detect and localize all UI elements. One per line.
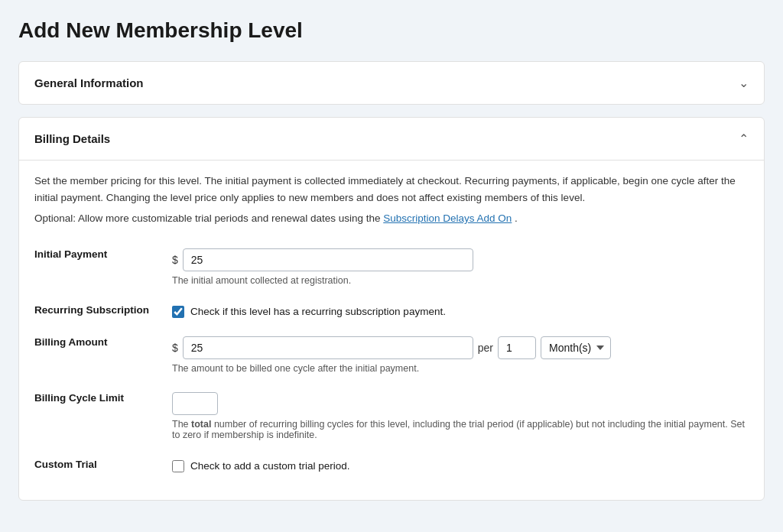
custom-trial-row: Custom Trial Check to add a custom trial…	[34, 449, 749, 482]
recurring-subscription-row: Recurring Subscription Check if this lev…	[34, 295, 749, 327]
recurring-subscription-label: Recurring Subscription	[34, 295, 172, 327]
initial-payment-label: Initial Payment	[34, 239, 172, 295]
billing-period-value-input[interactable]	[498, 336, 536, 359]
billing-amount-hint: The amount to be billed one cycle after …	[172, 363, 749, 374]
billing-cycle-limit-hint: The total number of recurring billing cy…	[172, 419, 749, 440]
initial-payment-input[interactable]	[183, 248, 473, 271]
custom-trial-checkbox-row: Check to add a custom trial period.	[172, 459, 749, 472]
billing-details-body: Set the member pricing for this level. T…	[19, 160, 764, 500]
billing-description-1: Set the member pricing for this level. T…	[34, 173, 749, 206]
billing-amount-input-row: $ per Month(s) Year(s) Week(s) Day(s)	[172, 336, 749, 359]
initial-payment-hint: The initial amount collected at registra…	[172, 275, 749, 286]
billing-amount-label: Billing Amount	[34, 327, 172, 383]
chevron-up-icon: ⌃	[739, 131, 749, 146]
custom-trial-checkbox[interactable]	[172, 460, 184, 472]
billing-cycle-limit-input[interactable]	[172, 392, 218, 415]
billing-amount-field: $ per Month(s) Year(s) Week(s) Day(s) Th…	[172, 327, 749, 383]
billing-amount-row: Billing Amount $ per Month(s) Year(s) We…	[34, 327, 749, 383]
page-title: Add New Membership Level	[18, 18, 765, 43]
custom-trial-label: Custom Trial	[34, 449, 172, 482]
initial-payment-currency: $	[172, 254, 178, 266]
initial-payment-field: $ The initial amount collected at regist…	[172, 239, 749, 295]
billing-cycle-limit-row: Billing Cycle Limit The total number of …	[34, 383, 749, 449]
general-information-card: General Information ⌄	[18, 61, 765, 105]
billing-cycle-limit-label: Billing Cycle Limit	[34, 383, 172, 449]
billing-amount-currency: $	[172, 342, 178, 354]
recurring-subscription-checkbox-label: Check if this level has a recurring subs…	[190, 306, 446, 317]
billing-cycle-limit-field: The total number of recurring billing cy…	[172, 383, 749, 449]
general-information-title: General Information	[34, 76, 144, 89]
subscription-delays-link[interactable]: Subscription Delays Add On	[383, 212, 512, 224]
billing-details-card: Billing Details ⌃ Set the member pricing…	[18, 117, 765, 501]
billing-amount-input[interactable]	[183, 336, 473, 359]
billing-details-header[interactable]: Billing Details ⌃	[19, 118, 764, 160]
billing-form-table: Initial Payment $ The initial amount col…	[34, 239, 749, 482]
recurring-subscription-checkbox-row: Check if this level has a recurring subs…	[172, 304, 749, 318]
per-label: per	[478, 342, 493, 354]
initial-payment-row: Initial Payment $ The initial amount col…	[34, 239, 749, 295]
billing-description-2: Optional: Allow more customizable trial …	[34, 210, 749, 227]
recurring-subscription-checkbox[interactable]	[172, 306, 184, 318]
custom-trial-field: Check to add a custom trial period.	[172, 449, 749, 482]
recurring-subscription-field: Check if this level has a recurring subs…	[172, 295, 749, 327]
billing-period-unit-select[interactable]: Month(s) Year(s) Week(s) Day(s)	[541, 336, 611, 359]
custom-trial-checkbox-label: Check to add a custom trial period.	[190, 460, 350, 472]
initial-payment-input-row: $	[172, 248, 749, 271]
general-information-header[interactable]: General Information ⌄	[19, 62, 764, 104]
billing-details-title: Billing Details	[34, 132, 110, 145]
chevron-down-icon: ⌄	[739, 76, 749, 90]
